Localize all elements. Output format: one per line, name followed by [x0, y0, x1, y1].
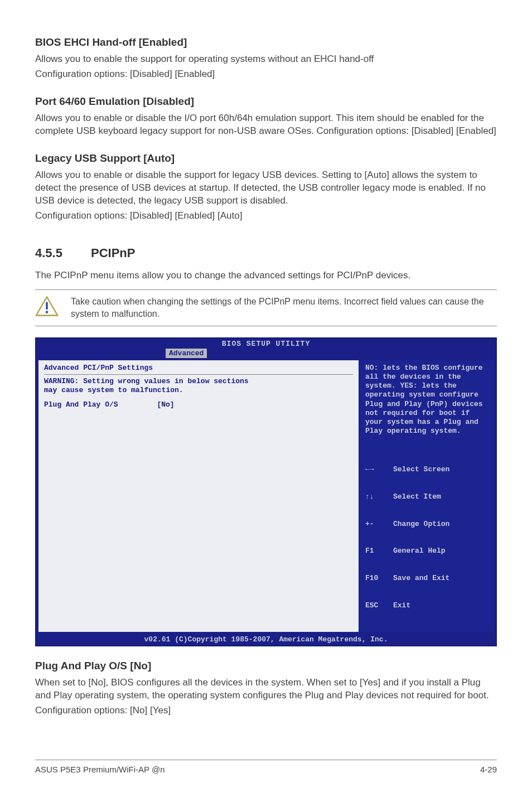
bios-footer: v02.61 (C)Copyright 1985-2007, American …: [36, 634, 496, 645]
svg-rect-1: [46, 302, 48, 310]
section-title: PCIPnP: [91, 246, 135, 260]
section-intro: The PCIPnP menu items allow you to chang…: [35, 269, 497, 282]
nav-label-select-screen: Select Screen: [393, 465, 449, 474]
nav-label-general-help: General Help: [393, 547, 446, 555]
heading-plug-and-play: Plug And Play O/S [No]: [35, 660, 497, 672]
text-port6460-desc: Allows you to enable or disable the I/O …: [35, 112, 497, 138]
bios-option-row: Plug And Play O/S [No]: [44, 400, 353, 409]
bios-option-label: Plug And Play O/S: [44, 400, 118, 409]
nav-key-pm: +-: [365, 520, 393, 529]
bios-screenshot: BIOS SETUP UTILITY Advanced Advanced PCI…: [35, 337, 497, 646]
page-footer: ASUS P5E3 Premium/WiFi-AP @n 4-29: [35, 760, 497, 774]
nav-label-save-exit: Save and Exit: [393, 574, 449, 583]
text-pnp-opts: Configuration options: [No] [Yes]: [35, 704, 497, 717]
text-legacy-usb-opts: Configuration options: [Disabled] [Enabl…: [35, 210, 497, 223]
bios-help-text: NO: lets the BIOS configure all the devi…: [365, 364, 489, 436]
heading-legacy-usb: Legacy USB Support [Auto]: [35, 152, 497, 165]
footer-product: ASUS P5E3 Premium/WiFi-AP @n: [35, 765, 165, 774]
text-pnp-desc: When set to [No], BIOS configures all th…: [35, 677, 497, 702]
bios-tab-advanced: Advanced: [166, 349, 207, 358]
bios-option-value: [No]: [157, 400, 174, 409]
nav-key-f10: F10: [365, 574, 393, 583]
nav-key-ud: ↑↓: [365, 492, 393, 501]
bios-nav-keys: ←→Select Screen ↑↓Select Item +-Change O…: [365, 447, 489, 629]
bios-warn-line2: may cause system to malfunction.: [44, 386, 183, 394]
nav-key-lr: ←→: [365, 465, 393, 474]
bios-title: BIOS SETUP UTILITY: [36, 339, 496, 348]
caution-text: Take caution when changing the settings …: [71, 294, 497, 320]
nav-label-exit: Exit: [393, 601, 410, 610]
footer-page-number: 4-29: [480, 765, 497, 774]
nav-label-select-item: Select Item: [393, 492, 441, 501]
bios-right-panel: NO: lets the BIOS configure all the devi…: [360, 360, 494, 632]
heading-bios-ehci: BIOS EHCI Hand-off [Enabled]: [35, 36, 497, 49]
nav-label-change-option: Change Option: [393, 520, 449, 529]
text-bios-ehci-opts: Configuration options: [Disabled] [Enabl…: [35, 68, 497, 81]
caution-note: Take caution when changing the settings …: [35, 289, 497, 326]
bios-warning: WARNING: Setting wrong values in below s…: [44, 374, 353, 395]
svg-point-2: [46, 311, 48, 313]
bios-left-header: Advanced PCI/PnP Settings: [44, 364, 353, 372]
bios-warn-line1: WARNING: Setting wrong values in below s…: [44, 377, 249, 385]
nav-key-esc: ESC: [365, 601, 393, 610]
caution-icon: [35, 296, 59, 319]
nav-key-f1: F1: [365, 547, 393, 555]
bios-left-panel: Advanced PCI/PnP Settings WARNING: Setti…: [38, 360, 360, 632]
section-number: 4.5.5: [35, 246, 91, 260]
heading-port6460: Port 64/60 Emulation [Disabled]: [35, 95, 497, 108]
text-legacy-usb-desc: Allows you to enable or disable the supp…: [35, 169, 497, 207]
text-bios-ehci-desc: Allows you to enable the support for ope…: [35, 53, 497, 66]
